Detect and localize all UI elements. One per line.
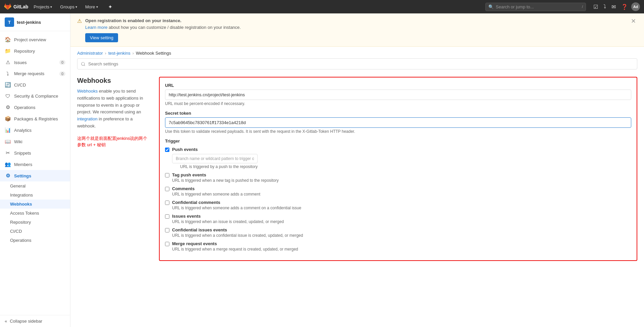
sidebar-item-analytics[interactable]: 📊 Analytics [0,124,70,136]
gitlab-brand[interactable]: GitLab [4,3,28,10]
help-icon[interactable]: ❓ [619,2,630,11]
issues-events-checkbox[interactable] [165,214,169,219]
trigger-push-events: Push events URL is triggered by a push t… [165,147,631,169]
collapse-sidebar[interactable]: « Collapse sidebar [0,315,70,327]
sidebar-item-operations[interactable]: ⚙ Operations [0,102,70,113]
secret-hint: Use this token to validate received payl… [165,129,631,134]
repository-label: Repository [14,49,35,54]
confidential-issues-desc: URL is triggered when a confidential iss… [172,233,303,238]
breadcrumb-project[interactable]: test-jenkins [108,51,130,56]
wiki-label: Wiki [14,139,22,144]
sidebar-item-packages[interactable]: 📦 Packages & Registries [0,113,70,124]
packages-icon: 📦 [5,116,11,122]
user-avatar[interactable]: Ad [631,2,640,11]
push-events-checkbox[interactable] [165,148,169,152]
project-overview-icon: 🏠 [5,37,11,43]
sidebar-item-snippets[interactable]: ✂ Snippets [0,147,70,159]
webhooks-description: Webhooks Webhooks enable you to send not… [77,77,151,261]
trigger-label: Trigger [165,139,631,144]
branch-pattern-input[interactable] [172,154,258,163]
secret-label: Secret token [165,111,631,116]
sidebar-item-issues[interactable]: ⚠ Issues 0 [0,57,70,68]
search-icon: 🔍 [488,4,494,9]
trigger-merge-requests: Merge request events URL is triggered wh… [165,241,631,252]
notice-text: Open registration is enabled on your ins… [85,17,626,42]
navbar-action-icons: ☑ ⤵ ✉ ❓ Ad [591,2,640,11]
sidebar-item-security[interactable]: 🛡 Security & Compliance [0,91,70,102]
groups-menu[interactable]: Groups ▾ [57,3,80,11]
secret-token-group: Secret token Use this token to validate … [165,111,631,134]
breadcrumb: Administrator › test-jenkins › Webhook S… [70,47,644,58]
integration-link[interactable]: integration [77,116,98,121]
search-bar: 🔍 / [485,3,586,11]
url-hint: URL must be percent-encoded if neccessar… [165,101,631,106]
sidebar-sub-integrations[interactable]: Integrations [0,190,70,200]
webhook-form: URL URL must be percent-encoded if necce… [159,77,637,261]
search-input[interactable] [496,4,580,9]
gitlab-logo-icon [4,3,11,10]
webhooks-title: Webhooks [77,77,151,85]
breadcrumb-current: Webhook Settings [136,51,171,56]
repository-icon: 📁 [5,48,11,54]
view-setting-button[interactable]: View setting [85,33,118,42]
sidebar-sub-access-tokens[interactable]: Access Tokens [0,209,70,218]
operations-label: Operations [14,105,36,110]
merge-request-events-name: Merge request events [172,241,298,246]
sidebar-item-wiki[interactable]: 📖 Wiki [0,136,70,147]
breadcrumb-sep-1: › [105,51,106,56]
sidebar-sub-repository[interactable]: Repository [0,218,70,227]
comments-name: Comments [172,186,260,191]
comments-checkbox[interactable] [165,187,169,191]
sidebar-sub-cicd[interactable]: CI/CD [0,227,70,236]
search-settings-input[interactable] [77,58,637,69]
brand-label: GitLab [13,4,28,9]
tag-push-checkbox[interactable] [165,173,169,177]
packages-label: Packages & Registries [14,116,58,121]
confidential-comments-checkbox[interactable] [165,201,169,205]
new-item-btn[interactable]: ✦ [106,2,114,11]
project-avatar: T [5,17,14,27]
sidebar-item-settings[interactable]: ⚙ Settings [0,170,70,181]
webhooks-link[interactable]: Webhooks [77,89,98,94]
merge-badge: 0 [59,71,65,76]
sidebar-item-repository[interactable]: 📁 Repository [0,45,70,57]
confidential-issues-checkbox[interactable] [165,228,169,232]
learn-more-link[interactable]: Learn more [85,25,107,30]
members-icon: 👥 [5,161,11,167]
breadcrumb-root[interactable]: Administrator [77,51,103,56]
close-notice-button[interactable]: ✕ [630,17,637,25]
confidential-comments-name: Confidential comments [172,200,301,205]
sidebar-item-merge-requests[interactable]: ⤵ Merge requests 0 [0,68,70,79]
sidebar-sub-general[interactable]: General [0,181,70,190]
sidebar-item-project-overview[interactable]: 🏠 Project overview [0,34,70,45]
warning-icon: ⚠ [77,18,82,24]
todo-icon[interactable]: ☑ [591,2,600,11]
issues-label: Issues [14,60,27,65]
url-input[interactable] [165,90,631,100]
project-overview-label: Project overview [14,37,46,42]
trigger-confidential-comments: Confidential comments URL is triggered w… [165,200,631,210]
more-menu[interactable]: More ▾ [83,3,101,11]
more-chevron-icon: ▾ [96,5,98,9]
merge-request-events-checkbox[interactable] [165,242,169,246]
analytics-icon: 📊 [5,127,11,133]
sidebar-item-members[interactable]: 👥 Members [0,159,70,170]
sidebar-sub-operations[interactable]: Operations [0,236,70,245]
url-label: URL [165,83,631,88]
issues-icon[interactable]: ✉ [609,2,618,11]
settings-icon: ⚙ [5,173,11,179]
merge-label: Merge requests [14,71,44,76]
security-icon: 🛡 [5,93,11,99]
merge-request-icon[interactable]: ⤵ [601,2,608,11]
sidebar-sub-webhooks[interactable]: Webhooks [0,200,70,209]
security-label: Security & Compliance [14,94,58,99]
sidebar-nav: 🏠 Project overview 📁 Repository ⚠ Issues… [0,31,70,315]
snippets-label: Snippets [14,151,31,156]
confidential-issues-name: Confidential issues events [172,227,303,232]
breadcrumb-sep-2: › [132,51,134,56]
cicd-label: CI/CD [14,83,26,88]
members-label: Members [14,162,32,167]
projects-menu[interactable]: Projects ▾ [31,3,55,11]
secret-token-input[interactable] [165,117,631,128]
sidebar-item-cicd[interactable]: 🔄 CI/CD [0,79,70,91]
